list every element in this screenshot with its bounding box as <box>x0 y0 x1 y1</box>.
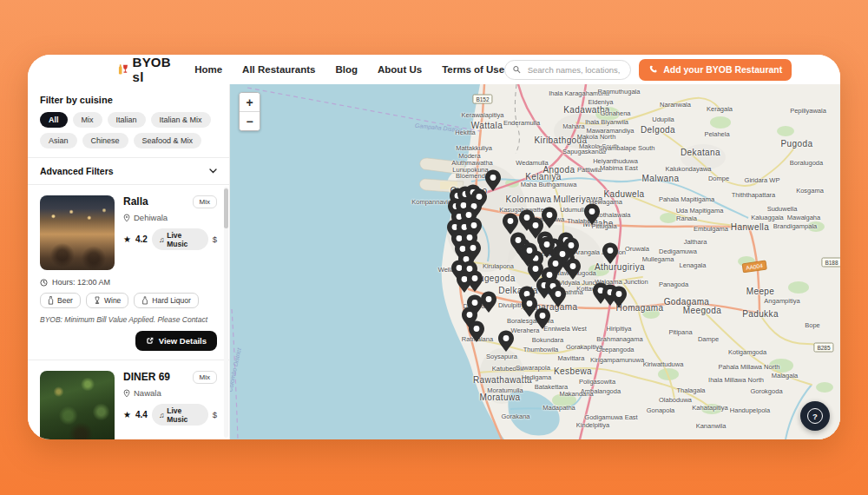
logo-text: BYOB sl <box>133 55 174 84</box>
add-restaurant-button[interactable]: Add your BYOB Restaurant <box>639 59 792 81</box>
help-button[interactable]: ? <box>800 401 830 431</box>
logo[interactable]: BYOB sl <box>118 55 174 84</box>
restaurant-location: Dehiwala <box>134 213 168 222</box>
map-zoom-control: + − <box>239 92 260 131</box>
main-nav: HomeAll RestaurantsBlogAbout UsTerms of … <box>194 64 504 75</box>
live-music-badge: ♫ Live Music <box>152 404 208 426</box>
map-base <box>230 84 840 439</box>
add-restaurant-label: Add your BYOB Restaurant <box>663 64 782 75</box>
cuisine-chips: AllMixItalianItalian & MixAsianChineseSe… <box>40 112 217 148</box>
music-icon: ♫ <box>159 411 164 419</box>
live-music-label: Live Music <box>167 231 201 248</box>
restaurant-image <box>40 195 115 270</box>
cuisine-chip-mix[interactable]: Mix <box>73 112 102 128</box>
cuisine-badge: Mix <box>193 195 217 208</box>
music-icon: ♫ <box>159 235 164 244</box>
cuisine-badge: Mix <box>193 371 217 384</box>
cuisine-chip-italian-mix[interactable]: Italian & Mix <box>151 112 211 128</box>
tag-wine: Wine <box>86 293 128 308</box>
beer-icon <box>48 296 54 305</box>
restaurant-card[interactable]: DINER 69 Mix Nawala <box>28 360 229 439</box>
cuisine-chip-italian[interactable]: Italian <box>108 112 146 128</box>
search-icon <box>513 65 521 74</box>
sidebar: Filter by cuisine AllMixItalianItalian &… <box>28 84 230 439</box>
tag-label: Wine <box>104 296 121 305</box>
location-pin-icon <box>123 214 130 222</box>
restaurant-name: DINER 69 <box>123 371 170 383</box>
nav-about-us[interactable]: About Us <box>378 64 422 75</box>
liquor-icon <box>141 296 148 305</box>
filter-title: Filter by cuisine <box>40 95 217 105</box>
location-pin-icon <box>123 389 130 398</box>
zoom-in-button[interactable]: + <box>240 93 260 111</box>
logo-drinks-icon <box>118 63 128 76</box>
rating-value: 4.4 <box>135 410 148 419</box>
restaurant-card[interactable]: Ralla Mix Dehiwala <box>28 185 229 360</box>
price-level: $ <box>213 410 217 419</box>
search-input[interactable] <box>526 64 622 76</box>
clock-icon <box>40 279 48 287</box>
nav-blog[interactable]: Blog <box>335 64 358 75</box>
restaurant-list: Ralla Mix Dehiwala <box>28 185 229 439</box>
view-details-label: View Details <box>159 336 207 346</box>
cuisine-chip-seafood-mix[interactable]: Seafood & Mix <box>134 133 202 148</box>
question-mark-icon: ? <box>807 408 823 424</box>
nav-home[interactable]: Home <box>194 64 222 75</box>
scrollbar-thumb[interactable] <box>224 188 228 228</box>
restaurant-name: Ralla <box>123 195 148 208</box>
star-icon: ★ <box>123 234 131 244</box>
external-link-icon <box>146 337 154 345</box>
map-container[interactable]: ColomboWattalaKiribathgodaKadawathaKaduw… <box>230 84 840 439</box>
byob-note: BYOB: Minimum Bill Value Applied. Please… <box>40 315 217 324</box>
tag-hard-liquor: Hard Liquor <box>134 293 198 308</box>
header: BYOB sl HomeAll RestaurantsBlogAbout UsT… <box>28 55 840 84</box>
zoom-out-button[interactable]: − <box>240 111 260 130</box>
live-music-label: Live Music <box>167 406 201 424</box>
tag-beer: Beer <box>40 293 81 308</box>
app-body: Filter by cuisine AllMixItalianItalian &… <box>28 84 840 439</box>
nav-terms-of-use[interactable]: Terms of Use <box>442 64 504 75</box>
star-icon: ★ <box>123 410 131 419</box>
cuisine-filter-section: Filter by cuisine AllMixItalianItalian &… <box>28 84 229 157</box>
restaurant-image <box>40 371 115 439</box>
rating-value: 4.2 <box>135 234 148 244</box>
chevron-down-icon <box>209 168 217 174</box>
restaurant-location: Nawala <box>134 388 161 398</box>
app-window: BYOB sl HomeAll RestaurantsBlogAbout UsT… <box>28 55 840 439</box>
search-box[interactable] <box>504 60 631 80</box>
cuisine-chip-chinese[interactable]: Chinese <box>82 133 128 148</box>
view-details-button[interactable]: View Details <box>135 331 217 351</box>
cuisine-chip-asian[interactable]: Asian <box>40 133 77 148</box>
cuisine-chip-all[interactable]: All <box>40 112 68 128</box>
header-right: Add your BYOB Restaurant <box>504 59 792 81</box>
price-level: $ <box>213 234 217 244</box>
advanced-filters-label: Advanced Filters <box>40 166 114 176</box>
live-music-badge: ♫ Live Music <box>152 228 208 250</box>
tag-label: Beer <box>57 296 73 305</box>
page-background: BYOB sl HomeAll RestaurantsBlogAbout UsT… <box>0 0 868 495</box>
wine-icon <box>94 296 101 305</box>
tag-label: Hard Liquor <box>152 296 190 305</box>
hours-label: Hours: 12:00 AM <box>52 278 110 287</box>
nav-all-restaurants[interactable]: All Restaurants <box>242 64 315 75</box>
phone-icon <box>648 65 658 75</box>
advanced-filters-toggle[interactable]: Advanced Filters <box>28 158 229 184</box>
